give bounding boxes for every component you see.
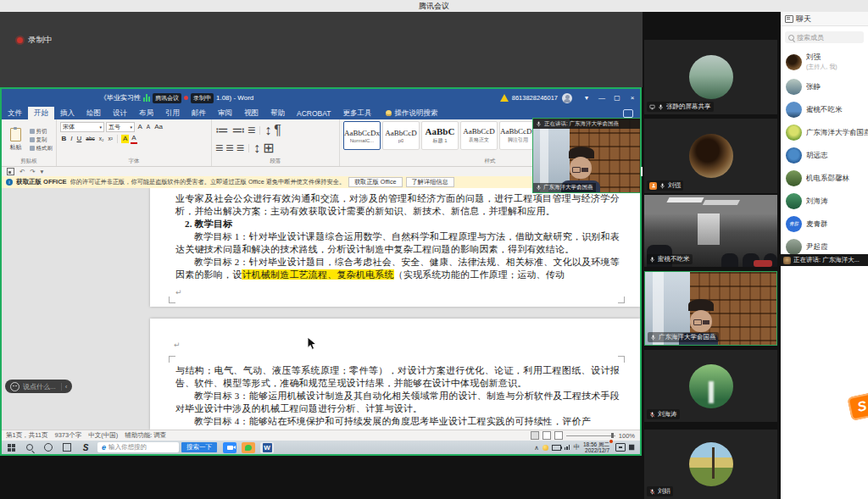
font-name-select[interactable]: 宋体▾ <box>60 122 104 132</box>
style-item[interactable]: AaBbCcDx 脚注引用 <box>499 121 537 150</box>
taskbar-clock[interactable]: 18:56 周二 2022/12/7 <box>583 441 612 453</box>
start-button[interactable] <box>2 441 20 454</box>
member-row[interactable]: 胡远志 <box>781 144 868 167</box>
sogou-ime-button[interactable]: S <box>76 441 95 454</box>
show-marks-button[interactable]: ¶ <box>274 123 281 138</box>
minimize-button[interactable]: — <box>594 89 609 107</box>
restore-button[interactable]: ▢ <box>609 89 625 107</box>
video-tile[interactable]: 蜜桃不吃米 <box>644 195 777 267</box>
account-id[interactable]: 8613828246017 <box>512 94 558 102</box>
meeting-minibar[interactable]: 腾讯会议 录制中 <box>143 93 214 103</box>
video-tile[interactable]: 张静的屏幕共享 <box>644 40 777 114</box>
member-row[interactable]: 张静 <box>781 75 868 98</box>
tell-me-search[interactable]: 操作说明搜索 <box>386 108 437 119</box>
tab-layout[interactable]: 布局 <box>133 107 159 119</box>
font-size-select[interactable]: 五号▾ <box>106 122 135 132</box>
read-mode-button[interactable] <box>531 431 539 440</box>
member-row[interactable]: 广东海洋大学俞国燕 <box>781 121 868 144</box>
line-spacing-button[interactable]: ↕ <box>253 141 260 156</box>
align-left-button[interactable]: ≡ <box>215 141 223 156</box>
ime-indicator[interactable]: 中 <box>573 443 580 452</box>
paste-button[interactable]: 粘贴 <box>5 122 27 158</box>
video-tile[interactable]: 刘海涛 <box>644 350 777 422</box>
sort-button[interactable]: ↕ <box>264 123 271 138</box>
video-tile-active-speaker[interactable]: 广东海洋大学俞国燕 <box>644 271 777 346</box>
tab-insert[interactable]: 插入 <box>54 107 81 119</box>
cortana-button[interactable] <box>39 441 58 454</box>
taskbar-search-button[interactable] <box>20 441 39 454</box>
video-tile[interactable]: 刘强 <box>644 119 777 193</box>
quick-chat-bubble[interactable]: 说点什么... ‹ <box>5 380 72 393</box>
language-status[interactable]: 中文(中国) <box>88 431 118 440</box>
strikethrough-button[interactable]: abc <box>85 135 96 143</box>
task-view-button[interactable] <box>58 441 76 454</box>
style-item[interactable]: AaBbCcDx NormalC... <box>343 121 381 150</box>
undo-button[interactable]: ↶ <box>19 168 25 175</box>
document-area[interactable]: 业专家及社会公众进行有效沟通和交流，对涉及的管理和经济方面的问题，进行工程项目管… <box>2 188 640 430</box>
tab-help[interactable]: 帮助 <box>264 107 291 119</box>
comments-icon[interactable] <box>623 109 633 118</box>
account-avatar[interactable] <box>562 93 572 103</box>
member-row[interactable]: 青群 麦青群 <box>781 213 868 236</box>
tab-review[interactable]: 审阅 <box>212 107 238 119</box>
web-search-button[interactable]: 搜索一下 <box>181 442 217 452</box>
save-button[interactable] <box>7 168 14 175</box>
video-tile[interactable]: 刘娟 <box>644 430 777 499</box>
web-layout-button[interactable] <box>554 431 563 440</box>
close-button[interactable]: × <box>625 89 640 107</box>
member-row[interactable]: 刘海涛 <box>781 190 868 213</box>
touch-keyboard-icon[interactable] <box>615 443 626 452</box>
license-warning-icon[interactable] <box>500 94 509 102</box>
collapse-chevron-icon[interactable]: ‹ <box>65 383 68 391</box>
bold-button[interactable]: B <box>60 135 68 143</box>
tab-draw[interactable]: 绘图 <box>81 107 107 119</box>
font-color-button[interactable]: A <box>131 134 137 144</box>
network-icon[interactable] <box>565 445 570 450</box>
qq-tray-icon[interactable] <box>542 445 548 451</box>
show-hidden-icons-button[interactable]: ∧ <box>534 444 539 452</box>
member-row[interactable]: 蜜桃不吃米 <box>781 98 868 121</box>
word-titlebar[interactable]: 《毕业实习性 腾讯会议 录制中 1.08) - Word 86138282460… <box>2 89 640 107</box>
word-taskbar-icon[interactable]: W <box>260 442 274 453</box>
tab-acrobat[interactable]: ACROBAT <box>291 107 337 119</box>
cut-button[interactable]: 剪切 <box>30 128 53 136</box>
style-item[interactable]: AaBbCcD p0 <box>382 121 420 150</box>
grow-font-button[interactable]: A <box>136 123 143 131</box>
align-right-button[interactable]: ≡ <box>236 141 244 156</box>
battery-icon[interactable] <box>552 445 561 451</box>
learn-more-button[interactable]: 了解详细信息 <box>406 177 454 187</box>
align-center-button[interactable]: ≡ <box>225 141 233 156</box>
speaker-video-overlay[interactable]: 正在讲话: 广东海洋大学俞国燕 广东海洋大学俞国燕 <box>532 118 641 193</box>
get-genuine-office-button[interactable]: 获取正版 Office <box>348 177 402 187</box>
italic-button[interactable]: I <box>70 135 74 143</box>
print-layout-button[interactable] <box>542 431 551 440</box>
document-page-2[interactable]: ↵ 与结构；电气、气动、液压等系统原理；零件等），对设计方案进行优化、论证，利用… <box>150 319 640 430</box>
tencent-meeting-taskbar-icon[interactable] <box>223 442 236 453</box>
member-row[interactable]: 机电系邵馨林 <box>781 167 868 190</box>
tab-view[interactable]: 视图 <box>238 107 264 119</box>
bullets-button[interactable]: ≔ <box>215 122 229 138</box>
member-row[interactable]: 刘强 (主持人, 我) <box>781 48 868 75</box>
subscript-button[interactable]: x₂ <box>97 135 105 143</box>
multilevel-list-button[interactable]: ≡ <box>248 123 255 138</box>
member-search-input[interactable]: 搜索成员 <box>785 31 864 43</box>
taskbar-web-search[interactable]: e 输入你想搜的 <box>97 442 179 452</box>
superscript-button[interactable]: x² <box>107 135 114 143</box>
document-page-1[interactable]: 业专家及社会公众进行有效沟通和交流，对涉及的管理和经济方面的问题，进行工程项目管… <box>150 188 640 307</box>
style-item[interactable]: AaBbCcD 表格正文 <box>460 121 498 150</box>
wechat-taskbar-icon[interactable] <box>242 442 255 453</box>
page-info[interactable]: 第1页，共11页 <box>6 431 47 440</box>
underline-button[interactable]: U <box>75 135 83 143</box>
style-item[interactable]: AaBbC 标题 1 <box>421 121 459 150</box>
action-center-icon[interactable] <box>629 444 637 452</box>
word-count[interactable]: 9373个字 <box>54 431 81 440</box>
borders-button[interactable]: ⊞ <box>263 140 274 156</box>
change-case-button[interactable]: Aa <box>153 123 164 131</box>
zoom-slider[interactable] <box>566 435 615 436</box>
tab-references[interactable]: 引用 <box>159 107 186 119</box>
tab-more-tools[interactable]: 更多工具 <box>337 107 377 119</box>
ribbon-display-options-button[interactable]: ▾ <box>579 89 594 107</box>
tab-mailings[interactable]: 邮件 <box>186 107 212 119</box>
meeting-window-titlebar[interactable]: 腾讯会议 <box>0 0 868 12</box>
format-painter-button[interactable]: 格式刷 <box>30 145 53 152</box>
